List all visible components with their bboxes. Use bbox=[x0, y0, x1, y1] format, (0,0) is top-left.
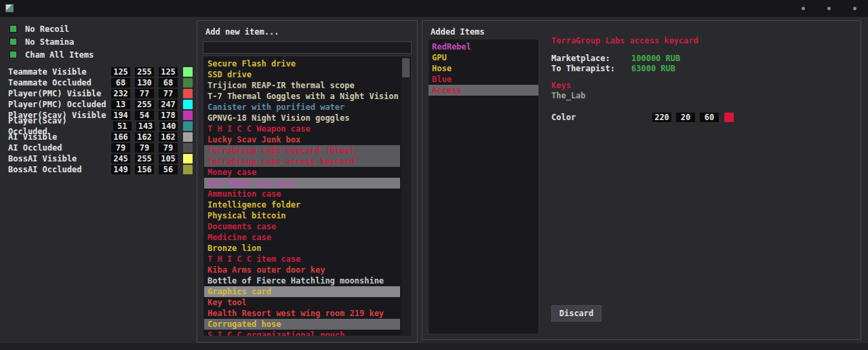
color-b-value[interactable]: 68 bbox=[159, 78, 178, 88]
color-swatch[interactable] bbox=[183, 165, 193, 174]
list-item[interactable]: Red Rebel ice pick bbox=[204, 178, 400, 189]
added-items-list: RedRebelGPUHoseBlueAccess bbox=[429, 39, 538, 96]
checkbox-icon[interactable] bbox=[8, 37, 18, 47]
color-g-value[interactable]: 162 bbox=[135, 132, 154, 142]
list-item[interactable]: Money case bbox=[204, 167, 400, 178]
color-g-value[interactable]: 156 bbox=[135, 165, 154, 174]
color-b-value[interactable]: 178 bbox=[159, 111, 178, 120]
maximize-button[interactable] bbox=[827, 7, 831, 10]
color-r-value[interactable]: 194 bbox=[111, 111, 130, 120]
color-g-value[interactable]: 255 bbox=[135, 67, 154, 77]
list-item[interactable]: Physical bitcoin bbox=[204, 210, 400, 221]
color-setting-row: AI Occluded797979 bbox=[8, 142, 193, 153]
color-swatch[interactable] bbox=[183, 132, 193, 142]
color-r-value[interactable]: 68 bbox=[111, 78, 130, 88]
list-item[interactable]: SSD drive bbox=[204, 69, 400, 80]
color-g-value[interactable]: 77 bbox=[135, 89, 154, 98]
add-item-label: Add new item... bbox=[197, 21, 417, 37]
scrollbar-thumb[interactable] bbox=[402, 58, 410, 77]
list-item[interactable]: Lucky Scav Junk box bbox=[204, 134, 400, 145]
color-setting-label: Player(PMC) Occluded bbox=[8, 99, 106, 110]
list-item[interactable]: Ammunition case bbox=[204, 189, 400, 199]
color-b-value[interactable]: 56 bbox=[159, 165, 178, 174]
color-swatch[interactable] bbox=[183, 111, 193, 120]
color-r-value[interactable]: 13 bbox=[111, 100, 130, 109]
color-b-value[interactable]: 140 bbox=[159, 121, 178, 131]
added-item[interactable]: Hose bbox=[429, 63, 538, 74]
checkmark-icon bbox=[10, 52, 16, 58]
list-item[interactable]: Corrugated hose bbox=[204, 319, 400, 330]
color-b-value[interactable]: 247 bbox=[159, 100, 178, 109]
color-g-value[interactable]: 54 bbox=[135, 111, 154, 120]
color-b-value[interactable]: 125 bbox=[159, 67, 178, 77]
list-item[interactable]: Kiba Arms outer door key bbox=[204, 265, 400, 275]
color-b-value[interactable]: 105 bbox=[159, 154, 178, 163]
list-item[interactable]: Bottle of Fierce Hatchling moonshine bbox=[204, 275, 400, 286]
list-item[interactable]: T H I C C Weapon case bbox=[204, 123, 400, 134]
list-item[interactable]: Intelligence folder bbox=[204, 199, 400, 210]
color-b-value[interactable]: 79 bbox=[159, 143, 178, 153]
added-item[interactable]: Access bbox=[429, 85, 538, 96]
color-r-value[interactable]: 232 bbox=[111, 89, 130, 98]
list-item[interactable]: Secure Flash drive bbox=[204, 58, 400, 69]
list-item[interactable]: Medicine case bbox=[204, 232, 400, 243]
discard-button[interactable]: Discard bbox=[551, 305, 601, 322]
color-r-value[interactable]: 220 bbox=[652, 113, 671, 122]
color-r-value[interactable]: 166 bbox=[111, 132, 130, 142]
color-g-value[interactable]: 130 bbox=[135, 78, 154, 88]
color-b-value[interactable]: 60 bbox=[700, 113, 719, 122]
list-item[interactable]: TerraGroup Labs access keycard bbox=[204, 156, 400, 167]
color-b-value[interactable]: 77 bbox=[159, 89, 178, 98]
color-r-value[interactable]: 125 bbox=[111, 67, 130, 77]
color-swatch[interactable] bbox=[183, 78, 193, 88]
list-item[interactable]: Graphics card bbox=[204, 286, 400, 297]
color-r-value[interactable]: 51 bbox=[113, 121, 132, 131]
color-swatch[interactable] bbox=[183, 154, 193, 163]
color-swatch[interactable] bbox=[183, 100, 193, 109]
list-item[interactable]: T H I C C item case bbox=[204, 254, 400, 265]
color-r-value[interactable]: 149 bbox=[111, 165, 130, 174]
minimize-button[interactable] bbox=[802, 7, 805, 10]
list-item[interactable]: Bronze lion bbox=[204, 243, 400, 254]
color-setting-label: BossAI Occluded bbox=[8, 164, 106, 175]
list-item[interactable]: Key tool bbox=[204, 297, 400, 308]
toggle-no-stamina[interactable]: No Stamina bbox=[8, 35, 193, 48]
item-list: Secure Flash driveSSD driveTrijicon REAP… bbox=[204, 58, 400, 336]
added-item[interactable]: GPU bbox=[429, 52, 538, 63]
checkbox-icon[interactable] bbox=[8, 50, 18, 60]
toggle-cham-all-items[interactable]: Cham All Items bbox=[8, 48, 193, 61]
list-item[interactable]: GPNVG-18 Night Vision goggles bbox=[204, 113, 400, 123]
color-r-value[interactable]: 79 bbox=[111, 143, 130, 153]
item-color-swatch[interactable] bbox=[724, 113, 734, 122]
added-item[interactable]: RedRebel bbox=[429, 41, 538, 52]
toggle-no-recoil[interactable]: No Recoil bbox=[8, 22, 193, 35]
price-row: Marketplace:100000 RUB bbox=[551, 54, 852, 64]
list-item[interactable]: Canister with purified water bbox=[204, 102, 400, 113]
color-r-value[interactable]: 245 bbox=[111, 154, 130, 163]
color-g-value[interactable]: 255 bbox=[135, 100, 154, 109]
scrollbar-track[interactable] bbox=[401, 57, 410, 335]
color-setting-row: Teammate Occluded6813068 bbox=[8, 77, 193, 88]
list-item[interactable]: Documents case bbox=[204, 221, 400, 232]
color-setting-row: Player(PMC) Occluded13255247 bbox=[8, 99, 193, 110]
color-g-value[interactable]: 79 bbox=[135, 143, 154, 153]
list-item[interactable]: Trijicon REAP-IR thermal scope bbox=[204, 80, 400, 91]
add-item-input[interactable] bbox=[203, 41, 412, 54]
list-item[interactable]: TerraGroup Labs keycard (Blue) bbox=[204, 145, 400, 156]
color-g-value[interactable]: 20 bbox=[676, 113, 695, 122]
added-item[interactable]: Blue bbox=[429, 74, 538, 85]
color-b-value[interactable]: 162 bbox=[159, 132, 178, 142]
list-item[interactable]: T-7 Thermal Goggles with a Night Vision bbox=[204, 91, 400, 102]
color-swatch[interactable] bbox=[183, 143, 193, 153]
list-item[interactable]: Health Resort west wing room 219 key bbox=[204, 308, 400, 319]
list-item[interactable]: S I C C organizational pouch bbox=[204, 330, 400, 336]
color-swatch[interactable] bbox=[183, 89, 193, 98]
color-swatch[interactable] bbox=[183, 67, 193, 77]
color-g-value[interactable]: 255 bbox=[135, 154, 154, 163]
close-button[interactable] bbox=[853, 7, 856, 10]
color-swatch[interactable] bbox=[183, 121, 193, 131]
price-value: 63000 RUB bbox=[631, 64, 675, 74]
checkbox-icon[interactable] bbox=[8, 24, 18, 34]
color-g-value[interactable]: 143 bbox=[136, 121, 155, 131]
color-setting-row: Teammate Visible125255125 bbox=[8, 66, 193, 77]
